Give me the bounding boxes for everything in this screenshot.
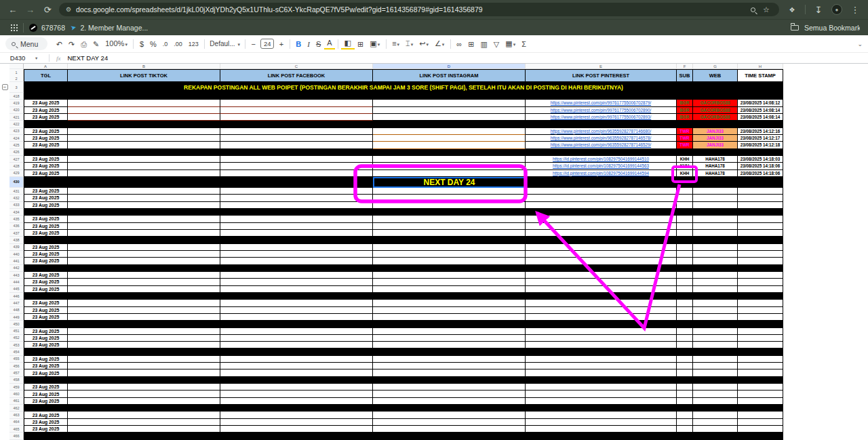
- cell-H420[interactable]: 23/08/2025 14:08:14: [738, 107, 783, 114]
- cell-C441[interactable]: [220, 258, 373, 264]
- cell-E428[interactable]: https://id.pinterest.com/pin/10829750416…: [526, 163, 677, 169]
- extensions-icon[interactable]: ❖: [786, 6, 798, 14]
- cell-F461[interactable]: [677, 398, 693, 405]
- separator-row-434[interactable]: [24, 209, 783, 216]
- cell-A423[interactable]: 23 Aug 2025: [24, 128, 68, 135]
- cell-E456[interactable]: [526, 363, 677, 369]
- cell-A456[interactable]: 23 Aug 2025: [24, 363, 68, 369]
- cell-G435[interactable]: [693, 216, 738, 222]
- undo-button[interactable]: ↶: [53, 36, 65, 52]
- row-header-435[interactable]: 435: [9, 216, 24, 222]
- cell-D433[interactable]: [373, 202, 526, 209]
- cell-E457[interactable]: [526, 369, 677, 376]
- cell-E465[interactable]: [526, 426, 677, 433]
- cell-H463[interactable]: [738, 412, 783, 418]
- cell-E443[interactable]: [526, 272, 677, 279]
- increase-decimal-button[interactable]: .00: [171, 36, 186, 52]
- cell-E431[interactable]: [526, 188, 677, 195]
- cell-D431[interactable]: [373, 188, 526, 195]
- row-header-426[interactable]: 426: [9, 149, 24, 156]
- text-wrap-button[interactable]: ↩▾: [416, 35, 432, 53]
- cell-H447[interactable]: [738, 300, 783, 306]
- separator-row-446[interactable]: [24, 293, 783, 300]
- row-header-418[interactable]: 418: [9, 93, 24, 100]
- cell-G427[interactable]: HAHA178: [693, 156, 738, 163]
- cell-A420[interactable]: 23 Aug 2025: [24, 107, 68, 114]
- percent-button[interactable]: %: [147, 36, 160, 52]
- row-header-437[interactable]: 437: [9, 230, 24, 237]
- cell-G463[interactable]: [693, 412, 738, 418]
- decrease-decimal-button[interactable]: .0: [159, 36, 171, 52]
- cell-H461[interactable]: [738, 398, 783, 405]
- cell-C451[interactable]: [220, 328, 373, 335]
- cell-A449[interactable]: 23 Aug 2025: [24, 314, 68, 321]
- cell-D421[interactable]: [373, 114, 526, 121]
- cell-G456[interactable]: [693, 363, 738, 369]
- cell-D457[interactable]: [373, 369, 526, 376]
- cell-D459[interactable]: [373, 384, 526, 391]
- cell-F447[interactable]: [677, 300, 693, 306]
- header-cell-link-post-tiktok[interactable]: LINK POST TIKTOK: [68, 69, 220, 82]
- cell-H464[interactable]: [738, 419, 783, 426]
- cell-B424[interactable]: [68, 135, 220, 142]
- separator-row-454[interactable]: [24, 348, 783, 355]
- separator-row-450[interactable]: [24, 321, 783, 327]
- cell-H428[interactable]: 23/08/2025 14:18:06: [738, 163, 783, 169]
- row-header-460[interactable]: 460: [9, 391, 24, 397]
- cell-D420[interactable]: [373, 107, 526, 114]
- borders-button[interactable]: ⊞: [355, 36, 367, 52]
- column-header-F[interactable]: F: [677, 64, 693, 69]
- cell-A436[interactable]: 23 Aug 2025: [24, 223, 68, 230]
- cell-H435[interactable]: [738, 216, 783, 222]
- download-icon[interactable]: ↧: [812, 5, 825, 15]
- cell-B432[interactable]: [68, 195, 220, 201]
- functions-button[interactable]: Σ: [519, 36, 530, 52]
- cell-C435[interactable]: [220, 216, 373, 222]
- cell-G423[interactable]: JANJI33: [693, 128, 738, 135]
- row-header-466[interactable]: 466: [9, 433, 24, 439]
- bookmark-member-manage[interactable]: ➤ 2. Member Manage...: [71, 24, 148, 32]
- cell-F452[interactable]: [677, 335, 693, 342]
- cell-G464[interactable]: [693, 419, 738, 426]
- cell-F455[interactable]: [677, 356, 693, 363]
- cell-D437[interactable]: [373, 230, 526, 237]
- redo-button[interactable]: ↷: [65, 36, 77, 52]
- row-header-438[interactable]: 438: [9, 237, 24, 243]
- row-header-457[interactable]: 457: [9, 369, 24, 376]
- cell-E461[interactable]: [526, 398, 677, 405]
- row-header-462[interactable]: 462: [9, 405, 24, 412]
- cell-C464[interactable]: [220, 419, 373, 426]
- apps-grid-icon[interactable]: [11, 24, 12, 26]
- cell-B445[interactable]: [68, 286, 220, 293]
- cell-A465[interactable]: 23 Aug 2025: [24, 426, 68, 433]
- cell-D451[interactable]: [373, 328, 526, 335]
- cell-G449[interactable]: [693, 314, 738, 321]
- cell-D439[interactable]: [373, 244, 526, 251]
- filter-button[interactable]: ▽: [490, 36, 502, 52]
- cell-B459[interactable]: [68, 384, 220, 391]
- insert-chart-button[interactable]: ▥: [477, 36, 490, 52]
- cell-D447[interactable]: [373, 300, 526, 306]
- separator-row-462[interactable]: [24, 405, 783, 412]
- cell-B453[interactable]: [68, 342, 220, 348]
- cell-C456[interactable]: [220, 363, 373, 369]
- cell-C460[interactable]: [220, 391, 373, 397]
- cell-F433[interactable]: [677, 202, 693, 209]
- cell-E439[interactable]: [526, 244, 677, 251]
- cell-G437[interactable]: [693, 230, 738, 237]
- cell-A421[interactable]: 23 Aug 2025: [24, 114, 68, 121]
- cell-H457[interactable]: [738, 369, 783, 376]
- cell-A440[interactable]: 23 Aug 2025: [24, 251, 68, 258]
- cell-G453[interactable]: [693, 342, 738, 348]
- cell-H456[interactable]: [738, 363, 783, 369]
- cell-C437[interactable]: [220, 230, 373, 237]
- cell-A437[interactable]: 23 Aug 2025: [24, 230, 68, 237]
- cell-A463[interactable]: 23 Aug 2025: [24, 412, 68, 418]
- text-color-button[interactable]: A: [324, 38, 335, 49]
- hide-toolbar-button[interactable]: ⌄: [857, 41, 863, 47]
- cell-E440[interactable]: [526, 251, 677, 258]
- cell-A457[interactable]: 23 Aug 2025: [24, 369, 68, 376]
- row-header-419[interactable]: 419: [9, 100, 24, 106]
- cell-A455[interactable]: 23 Aug 2025: [24, 356, 68, 363]
- row-header-421[interactable]: 421: [9, 114, 24, 121]
